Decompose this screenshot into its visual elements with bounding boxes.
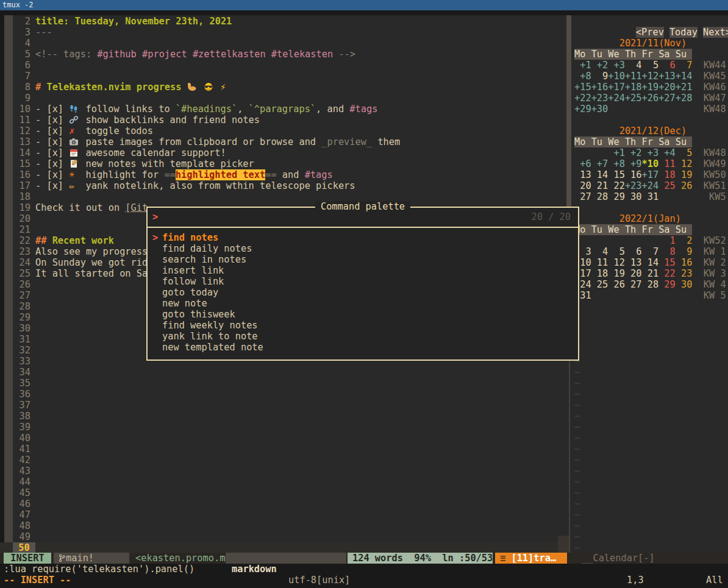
editor-line[interactable]: 49	[0, 531, 566, 542]
calendar-week-row[interactable]: +15+16+17+18+19+20+21 KW46	[574, 82, 726, 93]
palette-item[interactable]: search in notes	[148, 254, 578, 265]
palette-item[interactable]: goto today	[148, 287, 578, 298]
palette-item[interactable]: goto thisweek	[148, 309, 578, 320]
editor-line[interactable]: 47	[0, 509, 566, 520]
editor-line[interactable]: 37	[0, 400, 566, 411]
statusline: INSERT main! <ekasten.promo.md[+] markdo…	[0, 553, 728, 564]
palette-item[interactable]: follow link	[148, 276, 578, 287]
text-segment: KW 2	[704, 257, 726, 268]
palette-item[interactable]: yank link to note	[148, 331, 578, 342]
calendar-statusline: __Calendar[-]	[571, 553, 728, 564]
editor-line[interactable]: 8# Telekasten.nvim progress ⚡	[0, 82, 566, 93]
calendar-week-row[interactable]: 1 2 KW52	[574, 235, 726, 246]
calendar-week-row[interactable]: 27 28 29 30 31 KW5	[574, 191, 726, 202]
editor-line[interactable]: 42	[0, 455, 566, 466]
editor-line[interactable]: 34	[0, 367, 566, 378]
palette-item[interactable]: >find notes	[148, 232, 578, 243]
calendar-prev-button[interactable]: <Prev	[636, 27, 664, 38]
editor-line[interactable]: 35	[0, 378, 566, 389]
calendar-week-row[interactable]: 31 KW 5	[574, 290, 726, 301]
editor-line[interactable]: 6	[0, 60, 566, 71]
line-number: 12	[13, 126, 30, 136]
palette-item[interactable]: find weekly notes	[148, 320, 578, 331]
line-number: 15	[13, 158, 30, 169]
editor-line[interactable]: 44	[0, 476, 566, 487]
text-segment: +10+11+12+13+14	[608, 71, 692, 82]
calendar-next-button[interactable]: Next>	[703, 27, 728, 38]
text-segment: Also see my progress	[35, 246, 148, 257]
empty-buffer-tilde: ~	[574, 433, 580, 444]
text-segment: KW46	[704, 82, 726, 93]
calendar-week-row[interactable]: +29+30 KW48	[574, 104, 726, 115]
line-text: - [x] awesome calendar support!	[35, 147, 226, 158]
calendar-week-row[interactable]: 24 25 26 27 28 29 30 KW 4	[574, 279, 726, 290]
editor-line[interactable]: 18	[0, 191, 566, 202]
item-caret-placeholder	[152, 254, 162, 265]
text-segment: It all started on Sa	[35, 268, 148, 279]
editor-line[interactable]: 10- [x] follow links to `#headings`, `^p…	[0, 104, 566, 115]
editor-line[interactable]: 43	[0, 466, 566, 476]
editor-line[interactable]: 17- [x] ✏ yank notelink, also from wthin…	[0, 180, 566, 191]
editor-line[interactable]: 39	[0, 422, 566, 433]
text-segment: paste images from clipboard or browse an…	[80, 136, 321, 147]
editor-line[interactable]: 7	[0, 71, 566, 82]
editor-line[interactable]: 3---	[0, 27, 566, 38]
text-segment: Mo Tu We Th Fr Sa Su	[574, 224, 692, 235]
editor-line[interactable]: 12- [x] ✗ toggle todos	[0, 126, 566, 136]
editor-line[interactable]: 11- [x] show backlinks and friend notes	[0, 115, 566, 126]
palette-item[interactable]: insert link	[148, 265, 578, 276]
calendar-week-row[interactable]: 13 14 15 16+17 18 19 KW50	[574, 169, 726, 180]
editor-line[interactable]: 38	[0, 411, 566, 422]
palette-item[interactable]: new note	[148, 298, 578, 309]
editor-line[interactable]: 15- [x] new notes with template picker	[0, 158, 566, 169]
editor-line[interactable]: 14- [x] awesome calendar support!	[0, 147, 566, 158]
calendar-week-row[interactable]: 17 18 19 20 21 22 23 KW 3	[574, 268, 726, 279]
calendar-week-row[interactable]: +22+23+24+25+26+27+28 KW47	[574, 93, 726, 104]
line-number: 26	[13, 279, 30, 290]
window-titlebar[interactable]: tmux -2	[0, 0, 728, 10]
text-segment: KW45	[704, 71, 726, 82]
editor-line[interactable]: 46	[0, 498, 566, 509]
calendar-week-row[interactable]: 10 11 12 13 14 15 16 KW 2	[574, 257, 726, 268]
editor-line[interactable]: 5<!-- tags: #github #project #zettelkast…	[0, 49, 566, 60]
line-text: Check it out on [Git	[35, 202, 148, 213]
editor-line[interactable]: 9	[0, 93, 566, 104]
editor-line[interactable]: 4	[0, 38, 566, 49]
editor-line[interactable]: 48	[0, 520, 566, 531]
line-number: 7	[13, 71, 30, 82]
warning-segment[interactable]: ≡ [11]tra…	[495, 553, 567, 564]
calendar-week-row[interactable]: 20 21 22+23+24 25 26 KW51	[574, 180, 726, 191]
editor-line[interactable]: 45	[0, 487, 566, 498]
calendar-month-title: 2021/11(Nov)	[574, 38, 687, 49]
palette-item[interactable]: find daily notes	[148, 243, 578, 254]
palette-prompt[interactable]: > 20 / 20	[148, 208, 578, 227]
calendar-week-row[interactable]: +6 +7 +8 +9*10 11 12 KW49	[574, 158, 726, 169]
git-branch-segment[interactable]: main!	[54, 553, 129, 564]
editor-line[interactable]: 41	[0, 444, 566, 455]
text-segment	[608, 104, 704, 115]
editor-line[interactable]: 16- [x] ☀ highlight for ==highlighted te…	[0, 169, 566, 180]
command-line[interactable]: :lua require('telekasten').panel()	[4, 564, 194, 575]
text-segment: KW 5	[704, 290, 726, 301]
line-text: - [x] ☀ highlight for ==highlighted text…	[35, 169, 333, 180]
editor-line[interactable]: 36	[0, 389, 566, 400]
editor-line[interactable]: 2title: Tuesday, November 23th, 2021	[0, 16, 566, 27]
calendar-week-row[interactable]: 3 4 5 6 7 8 9 KW 1	[574, 246, 726, 257]
text-segment: Recent work	[52, 235, 114, 246]
text-segment: +1 +2 +3 +4	[608, 147, 676, 158]
line-number: 39	[13, 422, 30, 433]
editor-line[interactable]: 13- [x] paste images from clipboard or b…	[0, 136, 566, 147]
palette-item[interactable]: new templated note	[148, 342, 578, 353]
editor-line[interactable]: 50	[0, 542, 566, 553]
text-segment: `^paragraps`	[249, 104, 316, 115]
mode-indicator: INSERT	[4, 553, 51, 564]
calendar-weekday-header: Mo Tu We Th Fr Sa Su	[574, 49, 692, 60]
calendar-week-row[interactable]: +1 +2 +3 +4 5 KW48	[574, 147, 726, 158]
line-number: 24	[13, 257, 30, 268]
calendar-nav: <PrevTodayNext>	[613, 16, 728, 27]
calendar-week-row[interactable]: +8 9+10+11+12+13+14 KW45	[574, 71, 726, 82]
calendar-week-row[interactable]: +1 +2 +3 4 5 6 7 KW44	[574, 60, 726, 71]
calendar-today-button[interactable]: Today	[669, 27, 698, 38]
text-segment: KW47	[704, 93, 726, 104]
editor-line[interactable]: 40	[0, 433, 566, 444]
